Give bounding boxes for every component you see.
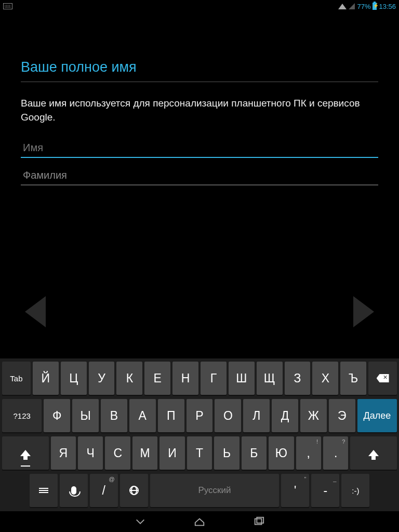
system-nav-bar (0, 511, 399, 532)
key-letter[interactable]: Й (33, 362, 59, 395)
key-settings[interactable] (30, 474, 58, 507)
key-letter[interactable]: Н (172, 362, 198, 395)
key-letter[interactable]: Т (187, 436, 212, 470)
mic-icon (71, 486, 76, 495)
keyboard-indicator-icon (3, 3, 12, 9)
key-letter[interactable]: З (285, 362, 311, 395)
key-backspace[interactable] (368, 362, 397, 395)
key-letter[interactable]: Ю (269, 436, 294, 470)
key-smiley[interactable]: :-) (341, 474, 369, 507)
key-letter[interactable]: У (89, 362, 115, 395)
next-arrow-button[interactable] (353, 296, 374, 327)
svg-rect-1 (257, 517, 263, 523)
key-letter[interactable]: М (132, 436, 157, 470)
key-shift-left[interactable] (2, 436, 49, 470)
shift-icon (20, 450, 31, 456)
key-letter[interactable]: Х (312, 362, 338, 395)
battery-charging-icon (373, 3, 377, 10)
page-title: Ваше полное имя (21, 59, 378, 82)
key-tab[interactable]: Tab (2, 362, 31, 395)
sliders-icon (39, 487, 48, 494)
key-letter[interactable]: А (129, 399, 156, 432)
backspace-icon (377, 374, 389, 382)
chevron-down-icon (135, 516, 146, 527)
key-letter[interactable]: О (215, 399, 241, 432)
page-description: Ваше имя используется для персонализации… (21, 97, 378, 124)
key-letter[interactable]: И (159, 436, 184, 470)
key-letter[interactable]: Э (329, 399, 355, 432)
battery-percentage: 77% (357, 3, 370, 10)
key-letter[interactable]: Д (272, 399, 298, 432)
svg-rect-0 (255, 519, 262, 525)
nav-recent-button[interactable] (252, 515, 265, 528)
key-comma[interactable]: ,! (296, 436, 321, 470)
key-letter[interactable]: Щ (257, 362, 283, 395)
nav-back-button[interactable] (134, 515, 147, 528)
key-letter[interactable]: Л (243, 399, 270, 432)
key-letter[interactable]: В (101, 399, 127, 432)
key-apostrophe[interactable]: '" (281, 474, 309, 507)
key-letter[interactable]: Ж (300, 399, 327, 432)
key-letter[interactable]: Ц (61, 362, 87, 395)
key-symbols[interactable]: ?123 (2, 399, 42, 432)
key-letter[interactable]: Ъ (340, 362, 366, 395)
shift-icon (368, 450, 379, 456)
globe-icon (129, 486, 139, 495)
key-dash[interactable]: -_ (311, 474, 339, 507)
back-arrow-button[interactable] (25, 296, 46, 327)
clock: 13:56 (379, 3, 396, 10)
recent-apps-icon (253, 516, 264, 527)
nav-home-button[interactable] (193, 515, 206, 528)
key-letter[interactable]: Ч (78, 436, 103, 470)
key-space[interactable]: Русский (150, 474, 280, 507)
key-letter[interactable]: Е (144, 362, 170, 395)
key-letter[interactable]: Б (242, 436, 267, 470)
key-letter[interactable]: Г (201, 362, 227, 395)
key-letter[interactable]: Ф (44, 399, 70, 432)
key-letter[interactable]: Ы (72, 399, 99, 432)
first-name-input[interactable] (21, 139, 378, 158)
key-action-next[interactable]: Далее (357, 399, 397, 432)
key-language[interactable] (120, 474, 148, 507)
key-letter[interactable]: К (116, 362, 142, 395)
key-letter[interactable]: П (158, 399, 184, 432)
soft-keyboard: Tab Й Ц У К Е Н Г Ш Щ З Х Ъ ?123 Ф Ы В А… (0, 358, 399, 511)
key-shift-right[interactable] (350, 436, 397, 470)
key-letter[interactable]: С (105, 436, 130, 470)
status-bar: 77% 13:56 (0, 0, 399, 12)
key-letter[interactable]: Р (187, 399, 213, 432)
key-letter[interactable]: Ь (214, 436, 239, 470)
wifi-icon (338, 4, 347, 9)
home-icon (194, 516, 205, 527)
key-period[interactable]: .? (323, 436, 348, 470)
last-name-input[interactable] (21, 166, 378, 185)
key-letter[interactable]: Ш (229, 362, 255, 395)
cell-signal-icon (349, 3, 355, 9)
key-voice[interactable] (60, 474, 88, 507)
key-slash[interactable]: /@ (90, 474, 118, 507)
key-letter[interactable]: Я (51, 436, 76, 470)
